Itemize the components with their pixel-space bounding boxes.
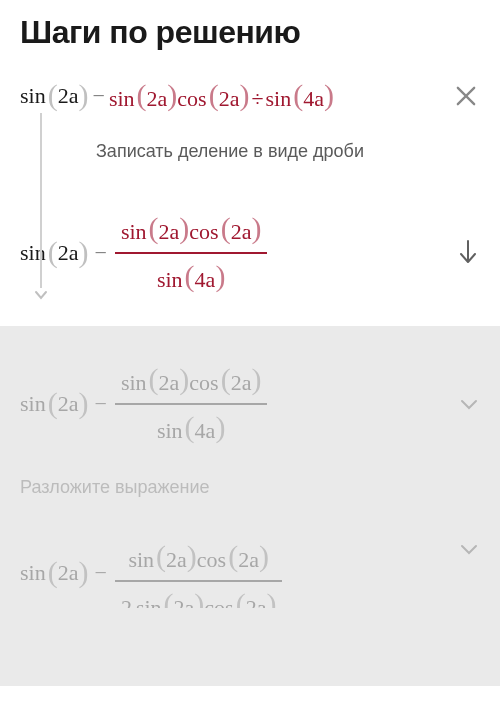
close-icon[interactable] <box>452 82 480 110</box>
faded-steps: sin(2a) − sin(2a)cos(2a) sin(4a) Разложи… <box>0 326 500 686</box>
step-3: sin(2a) − sin(2a)cos(2a) sin(4a) <box>0 327 500 447</box>
expression-initial: sin(2a) − sin(2a)cos(2a)÷sin(4a) <box>20 79 334 113</box>
step-1: sin(2a) − sin(2a)cos(2a)÷sin(4a) Записат… <box>0 61 500 162</box>
expression-fraction: sin(2a) − sin(2a)cos(2a) sin(4a) <box>20 210 269 296</box>
step-arrow <box>34 113 48 302</box>
expression-step3: sin(2a) − sin(2a)cos(2a) sin(4a) <box>20 361 269 447</box>
step-2: sin(2a) − sin(2a)cos(2a) sin(4a) <box>0 162 500 326</box>
expression-step4: sin(2a) − sin(2a)cos(2a) 2sin(2a)cos(2a) <box>20 538 284 608</box>
chevron-down-icon[interactable] <box>458 393 480 415</box>
chevron-down-icon[interactable] <box>458 538 480 560</box>
page-title: Шаги по решению <box>20 14 480 51</box>
step-hint-3: Разложите выражение <box>0 447 500 498</box>
expand-down-icon[interactable] <box>456 239 480 267</box>
step-hint-1: Записать деление в виде дроби <box>96 141 480 162</box>
step-4: sin(2a) − sin(2a)cos(2a) 2sin(2a)cos(2a) <box>0 498 500 608</box>
